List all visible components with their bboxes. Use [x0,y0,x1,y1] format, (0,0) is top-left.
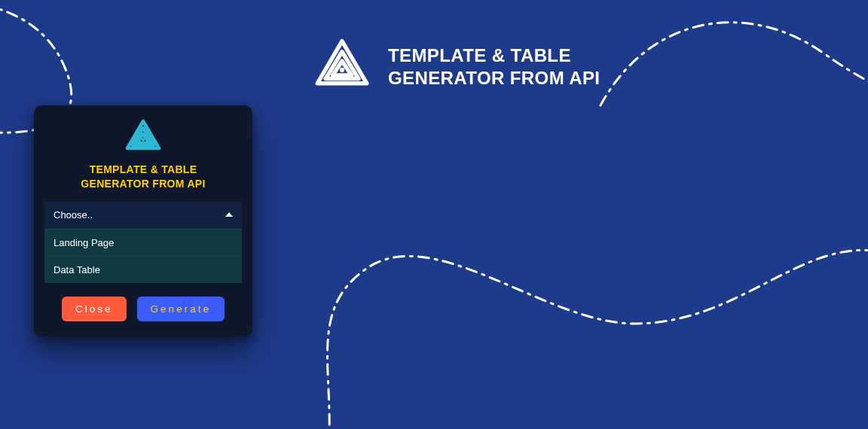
decorative-curve-bottom-right [280,158,868,429]
svg-point-1 [142,138,145,141]
generate-button[interactable]: Generate [137,297,225,321]
hero-title: TEMPLATE & TABLE GENERATOR FROM API [388,44,600,90]
hero-title-line2: GENERATOR FROM API [388,67,600,90]
template-option-data-table[interactable]: Data Table [44,256,242,283]
template-select[interactable]: Choose.. Landing Page Data Table [44,202,242,283]
template-select-header[interactable]: Choose.. [44,202,242,229]
svg-point-0 [340,68,344,72]
card-actions: Close Generate [44,297,242,321]
brand-logo-icon [313,38,371,96]
card-title: TEMPLATE & TABLE GENERATOR FROM API [81,163,205,191]
template-option-landing-page[interactable]: Landing Page [44,229,242,256]
hero-header: TEMPLATE & TABLE GENERATOR FROM API [313,38,600,96]
card-title-line1: TEMPLATE & TABLE [81,163,205,177]
card-title-line2: GENERATOR FROM API [81,177,205,191]
close-button[interactable]: Close [62,297,127,321]
chevron-up-icon [225,212,233,217]
decorative-curve-top-right [597,0,868,135]
brand-logo-small-icon [124,119,162,157]
template-select-options: Landing Page Data Table [44,229,242,283]
generator-card: TEMPLATE & TABLE GENERATOR FROM API Choo… [34,105,252,336]
template-select-placeholder: Choose.. [53,209,93,221]
hero-title-line1: TEMPLATE & TABLE [388,44,600,67]
card-header: TEMPLATE & TABLE GENERATOR FROM API [44,119,242,191]
